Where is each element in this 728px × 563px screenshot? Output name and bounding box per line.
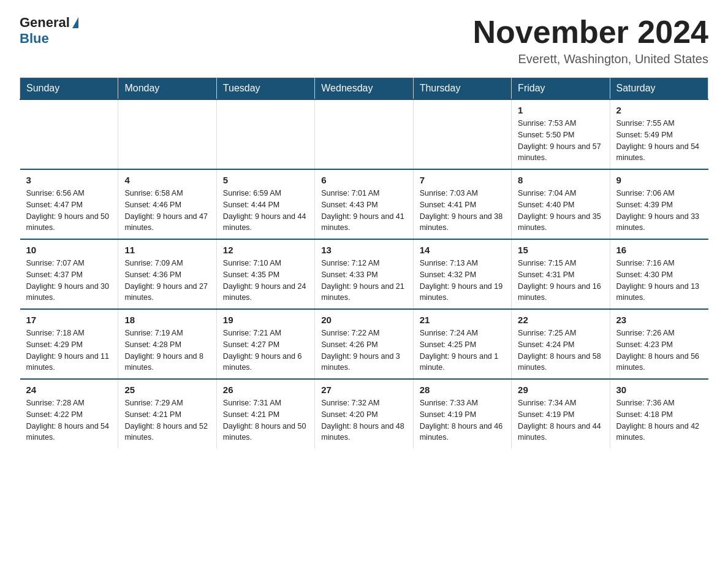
day-number: 24: [26, 385, 112, 395]
calendar-cell: 8Sunrise: 7:04 AM Sunset: 4:40 PM Daylig…: [512, 169, 610, 239]
logo-blue-text: Blue: [20, 31, 49, 47]
day-number: 19: [223, 315, 308, 325]
day-info: Sunrise: 6:56 AM Sunset: 4:47 PM Dayligh…: [26, 188, 112, 234]
day-info: Sunrise: 7:15 AM Sunset: 4:31 PM Dayligh…: [518, 258, 603, 304]
calendar-cell: 27Sunrise: 7:32 AM Sunset: 4:20 PM Dayli…: [315, 379, 413, 448]
calendar-cell: 25Sunrise: 7:29 AM Sunset: 4:21 PM Dayli…: [118, 379, 216, 448]
calendar-week-row: 1Sunrise: 7:53 AM Sunset: 5:50 PM Daylig…: [20, 99, 708, 169]
day-number: 23: [616, 315, 702, 325]
day-number: 14: [420, 245, 505, 255]
calendar-cell: 23Sunrise: 7:26 AM Sunset: 4:23 PM Dayli…: [610, 309, 708, 379]
weekday-header-saturday: Saturday: [610, 78, 708, 100]
day-number: 28: [420, 385, 505, 395]
weekday-header-friday: Friday: [512, 78, 610, 100]
calendar-cell: 20Sunrise: 7:22 AM Sunset: 4:26 PM Dayli…: [315, 309, 413, 379]
day-number: 25: [124, 385, 210, 395]
day-number: 15: [518, 245, 603, 255]
day-number: 7: [420, 175, 505, 185]
day-number: 6: [321, 175, 406, 185]
calendar-cell: [413, 99, 511, 169]
day-info: Sunrise: 7:01 AM Sunset: 4:43 PM Dayligh…: [321, 188, 406, 234]
day-info: Sunrise: 7:26 AM Sunset: 4:23 PM Dayligh…: [616, 327, 702, 373]
day-number: 29: [518, 385, 603, 395]
calendar-cell: 1Sunrise: 7:53 AM Sunset: 5:50 PM Daylig…: [512, 99, 610, 169]
day-info: Sunrise: 7:10 AM Sunset: 4:35 PM Dayligh…: [223, 258, 308, 304]
day-info: Sunrise: 7:32 AM Sunset: 4:20 PM Dayligh…: [321, 397, 406, 443]
day-info: Sunrise: 7:34 AM Sunset: 4:19 PM Dayligh…: [518, 397, 603, 443]
day-number: 26: [223, 385, 308, 395]
calendar-cell: 14Sunrise: 7:13 AM Sunset: 4:32 PM Dayli…: [413, 239, 511, 309]
calendar-cell: 10Sunrise: 7:07 AM Sunset: 4:37 PM Dayli…: [20, 239, 118, 309]
day-info: Sunrise: 7:33 AM Sunset: 4:19 PM Dayligh…: [420, 397, 505, 443]
calendar-cell: 2Sunrise: 7:55 AM Sunset: 5:49 PM Daylig…: [610, 99, 708, 169]
day-number: 5: [223, 175, 308, 185]
calendar-cell: 5Sunrise: 6:59 AM Sunset: 4:44 PM Daylig…: [216, 169, 314, 239]
weekday-header-row: SundayMondayTuesdayWednesdayThursdayFrid…: [20, 78, 708, 100]
day-info: Sunrise: 7:22 AM Sunset: 4:26 PM Dayligh…: [321, 327, 406, 373]
day-number: 2: [616, 105, 702, 115]
calendar-cell: 28Sunrise: 7:33 AM Sunset: 4:19 PM Dayli…: [413, 379, 511, 448]
day-info: Sunrise: 7:07 AM Sunset: 4:37 PM Dayligh…: [26, 258, 112, 304]
day-info: Sunrise: 7:04 AM Sunset: 4:40 PM Dayligh…: [518, 188, 603, 234]
calendar-cell: 30Sunrise: 7:36 AM Sunset: 4:18 PM Dayli…: [610, 379, 708, 448]
calendar-table: SundayMondayTuesdayWednesdayThursdayFrid…: [20, 77, 708, 448]
day-info: Sunrise: 7:06 AM Sunset: 4:39 PM Dayligh…: [616, 188, 702, 234]
calendar-cell: 19Sunrise: 7:21 AM Sunset: 4:27 PM Dayli…: [216, 309, 314, 379]
calendar-title: November 2024: [473, 15, 708, 50]
calendar-cell: 13Sunrise: 7:12 AM Sunset: 4:33 PM Dayli…: [315, 239, 413, 309]
day-info: Sunrise: 7:36 AM Sunset: 4:18 PM Dayligh…: [616, 397, 702, 443]
logo-general-text: General: [20, 15, 70, 31]
calendar-cell: 29Sunrise: 7:34 AM Sunset: 4:19 PM Dayli…: [512, 379, 610, 448]
day-number: 13: [321, 245, 406, 255]
calendar-cell: [315, 99, 413, 169]
day-info: Sunrise: 7:18 AM Sunset: 4:29 PM Dayligh…: [26, 327, 112, 373]
calendar-cell: 9Sunrise: 7:06 AM Sunset: 4:39 PM Daylig…: [610, 169, 708, 239]
day-info: Sunrise: 7:12 AM Sunset: 4:33 PM Dayligh…: [321, 258, 406, 304]
day-number: 4: [124, 175, 210, 185]
day-info: Sunrise: 7:29 AM Sunset: 4:21 PM Dayligh…: [124, 397, 210, 443]
day-info: Sunrise: 6:59 AM Sunset: 4:44 PM Dayligh…: [223, 188, 308, 234]
calendar-cell: 3Sunrise: 6:56 AM Sunset: 4:47 PM Daylig…: [20, 169, 118, 239]
day-number: 11: [124, 245, 210, 255]
day-info: Sunrise: 7:55 AM Sunset: 5:49 PM Dayligh…: [616, 118, 702, 164]
calendar-cell: 4Sunrise: 6:58 AM Sunset: 4:46 PM Daylig…: [118, 169, 216, 239]
day-info: Sunrise: 7:25 AM Sunset: 4:24 PM Dayligh…: [518, 327, 603, 373]
weekday-header-thursday: Thursday: [413, 78, 511, 100]
day-info: Sunrise: 7:21 AM Sunset: 4:27 PM Dayligh…: [223, 327, 308, 373]
day-number: 3: [26, 175, 112, 185]
weekday-header-sunday: Sunday: [20, 78, 118, 100]
day-info: Sunrise: 7:16 AM Sunset: 4:30 PM Dayligh…: [616, 258, 702, 304]
calendar-week-row: 24Sunrise: 7:28 AM Sunset: 4:22 PM Dayli…: [20, 379, 708, 448]
calendar-cell: 26Sunrise: 7:31 AM Sunset: 4:21 PM Dayli…: [216, 379, 314, 448]
calendar-subtitle: Everett, Washington, United States: [473, 52, 708, 66]
day-number: 12: [223, 245, 308, 255]
calendar-cell: 17Sunrise: 7:18 AM Sunset: 4:29 PM Dayli…: [20, 309, 118, 379]
calendar-cell: 6Sunrise: 7:01 AM Sunset: 4:43 PM Daylig…: [315, 169, 413, 239]
day-info: Sunrise: 7:09 AM Sunset: 4:36 PM Dayligh…: [124, 258, 210, 304]
header: General Blue November 2024 Everett, Wash…: [20, 15, 708, 66]
weekday-header-monday: Monday: [118, 78, 216, 100]
calendar-cell: 15Sunrise: 7:15 AM Sunset: 4:31 PM Dayli…: [512, 239, 610, 309]
calendar-week-row: 3Sunrise: 6:56 AM Sunset: 4:47 PM Daylig…: [20, 169, 708, 239]
day-number: 21: [420, 315, 505, 325]
calendar-cell: [118, 99, 216, 169]
calendar-week-row: 10Sunrise: 7:07 AM Sunset: 4:37 PM Dayli…: [20, 239, 708, 309]
day-number: 17: [26, 315, 112, 325]
calendar-cell: 12Sunrise: 7:10 AM Sunset: 4:35 PM Dayli…: [216, 239, 314, 309]
day-number: 18: [124, 315, 210, 325]
calendar-cell: 7Sunrise: 7:03 AM Sunset: 4:41 PM Daylig…: [413, 169, 511, 239]
logo-triangle-icon: [72, 17, 78, 28]
calendar-cell: 11Sunrise: 7:09 AM Sunset: 4:36 PM Dayli…: [118, 239, 216, 309]
title-area: November 2024 Everett, Washington, Unite…: [473, 15, 708, 66]
day-info: Sunrise: 7:28 AM Sunset: 4:22 PM Dayligh…: [26, 397, 112, 443]
calendar-cell: 21Sunrise: 7:24 AM Sunset: 4:25 PM Dayli…: [413, 309, 511, 379]
day-number: 22: [518, 315, 603, 325]
day-info: Sunrise: 7:19 AM Sunset: 4:28 PM Dayligh…: [124, 327, 210, 373]
weekday-header-wednesday: Wednesday: [315, 78, 413, 100]
weekday-header-tuesday: Tuesday: [216, 78, 314, 100]
day-number: 16: [616, 245, 702, 255]
day-info: Sunrise: 7:24 AM Sunset: 4:25 PM Dayligh…: [420, 327, 505, 373]
day-number: 30: [616, 385, 702, 395]
calendar-cell: [216, 99, 314, 169]
calendar-cell: 22Sunrise: 7:25 AM Sunset: 4:24 PM Dayli…: [512, 309, 610, 379]
